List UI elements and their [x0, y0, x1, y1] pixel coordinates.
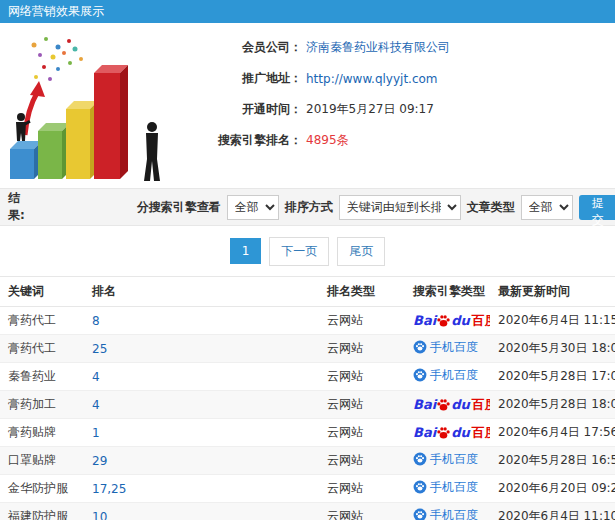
mobile-baidu-icon: [413, 452, 427, 466]
rank-link[interactable]: 10: [92, 510, 107, 520]
baidu-logo: Baidu百度: [413, 426, 490, 440]
promo-url-label: 推广地址：: [180, 70, 302, 87]
mobile-baidu-icon: [413, 480, 427, 494]
rank-link[interactable]: 25: [92, 342, 107, 356]
pagination: 1 下一页 尾页: [0, 226, 615, 276]
update-time-cell: 2020年5月28日 18:03: [490, 391, 615, 419]
engine-cell: Baidu百度: [405, 307, 490, 335]
rank-type-cell: 云网站: [319, 391, 405, 419]
mobile-baidu-label: 手机百度: [430, 508, 478, 520]
baidu-paw-icon: [437, 315, 450, 327]
keyword-rank-table: 关键词 排名 排名类型 搜索引擎类型 最新更新时间 膏药代工8云网站Baidu百…: [0, 276, 615, 520]
rank-link[interactable]: 4: [92, 370, 100, 384]
rank-cell: 8: [84, 307, 319, 335]
table-row: 福建防护服10云网站手机百度2020年6月4日 11:10: [0, 503, 615, 520]
table-body: 膏药代工8云网站Baidu百度2020年6月4日 11:15膏药代工25云网站手…: [0, 307, 615, 520]
engine-cell: 手机百度: [405, 475, 490, 503]
table-header-row: 关键词 排名 排名类型 搜索引擎类型 最新更新时间: [0, 277, 615, 307]
mobile-baidu-label: 手机百度: [430, 480, 478, 494]
rank-count-label: 搜索引擎排名：: [180, 132, 302, 149]
keyword-cell: 福建防护服: [0, 503, 84, 520]
bar-red: [94, 65, 128, 179]
rank-count-row: 搜索引擎排名： 4895条: [180, 132, 615, 149]
table-row: 膏药代工25云网站手机百度2020年5月30日 18:06: [0, 335, 615, 363]
rank-link[interactable]: 1: [92, 426, 100, 440]
rank-cell: 29: [84, 447, 319, 475]
baidu-paw-icon: [437, 427, 450, 439]
company-link[interactable]: 济南秦鲁药业科技有限公司: [306, 39, 450, 56]
engine-cell: Baidu百度: [405, 419, 490, 447]
sort-select[interactable]: 关键词由短到长排序: [339, 195, 461, 220]
keyword-cell: 膏药贴牌: [0, 419, 84, 447]
engine-view-select[interactable]: 全部: [227, 195, 279, 220]
rank-link[interactable]: 8: [92, 314, 100, 328]
next-page-button[interactable]: 下一页: [269, 237, 329, 266]
update-time-cell: 2020年6月20日 09:25: [490, 475, 615, 503]
table-row: 膏药贴牌1云网站Baidu百度2020年6月4日 17:56: [0, 419, 615, 447]
update-time-cell: 2020年5月28日 16:55: [490, 447, 615, 475]
rank-count-value: 4895条: [306, 132, 349, 149]
open-time-value: 2019年5月27日 09:17: [306, 101, 434, 118]
article-type-select[interactable]: 全部: [521, 195, 573, 220]
rank-link[interactable]: 4: [92, 398, 100, 412]
table-row: 膏药代工8云网站Baidu百度2020年6月4日 11:15: [0, 307, 615, 335]
header-engine-type: 搜索引擎类型: [405, 277, 490, 307]
submit-button[interactable]: 提交: [579, 195, 615, 220]
bar-blue: [10, 141, 42, 179]
last-page-button[interactable]: 尾页: [337, 237, 385, 266]
bar-yellow: [66, 101, 98, 179]
open-time-row: 开通时间： 2019年5月27日 09:17: [180, 101, 615, 118]
table-row: 秦鲁药业4云网站手机百度2020年5月28日 17:02: [0, 363, 615, 391]
page-title: 网络营销效果展示: [8, 4, 104, 18]
rank-cell: 25: [84, 335, 319, 363]
member-info-rows: 会员公司： 济南秦鲁药业科技有限公司 推广地址： http://www.qlyy…: [180, 23, 615, 188]
mobile-baidu-logo: 手机百度: [413, 508, 478, 520]
mobile-baidu-logo: 手机百度: [413, 480, 478, 494]
bar-chart-illustration: [4, 29, 180, 185]
member-info-section: 会员公司： 济南秦鲁药业科技有限公司 推广地址： http://www.qlyy…: [0, 23, 615, 189]
mobile-baidu-icon: [413, 508, 427, 520]
keyword-cell: 口罩贴牌: [0, 447, 84, 475]
rank-cell: 4: [84, 391, 319, 419]
header-rank: 排名: [84, 277, 319, 307]
engine-cell: 手机百度: [405, 335, 490, 363]
mobile-baidu-label: 手机百度: [430, 368, 478, 382]
update-time-cell: 2020年6月4日 17:56: [490, 419, 615, 447]
filter-form: 分搜索引擎查看 全部 排序方式 关键词由短到长排序 文章类型 全部 提交: [137, 195, 615, 220]
promo-url-link[interactable]: http://www.qlyyjt.com: [306, 72, 438, 86]
page-1-button[interactable]: 1: [230, 238, 262, 264]
update-time-cell: 2020年6月4日 11:10: [490, 503, 615, 520]
mobile-baidu-logo: 手机百度: [413, 368, 478, 382]
mobile-baidu-logo: 手机百度: [413, 340, 478, 354]
rank-type-cell: 云网站: [319, 335, 405, 363]
businessman-right-figure: [144, 122, 160, 181]
rank-cell: 17,25: [84, 475, 319, 503]
rank-cell: 10: [84, 503, 319, 520]
rank-type-cell: 云网站: [319, 307, 405, 335]
rank-type-cell: 云网站: [319, 419, 405, 447]
rank-link[interactable]: 17,25: [92, 482, 126, 496]
keyword-cell: 金华防护服: [0, 475, 84, 503]
rank-cell: 4: [84, 363, 319, 391]
rank-type-cell: 云网站: [319, 363, 405, 391]
sort-label: 排序方式: [285, 199, 333, 216]
mobile-baidu-label: 手机百度: [430, 452, 478, 466]
engine-cell: 手机百度: [405, 503, 490, 520]
rank-type-cell: 云网站: [319, 475, 405, 503]
mobile-baidu-label: 手机百度: [430, 340, 478, 354]
marketing-illustration: [0, 23, 180, 188]
mobile-baidu-logo: 手机百度: [413, 452, 478, 466]
rank-link[interactable]: 29: [92, 454, 107, 468]
baidu-paw-icon: [437, 399, 450, 411]
keyword-cell: 膏药加工: [0, 391, 84, 419]
confetti-dots: [32, 37, 84, 81]
mobile-baidu-icon: [413, 368, 427, 382]
filter-strip: 结果: 分搜索引擎查看 全部 排序方式 关键词由短到长排序 文章类型 全部 提交: [0, 189, 615, 226]
update-time-cell: 2020年5月28日 17:02: [490, 363, 615, 391]
growth-arrow-icon: [25, 81, 45, 135]
company-label: 会员公司：: [180, 39, 302, 56]
table-row: 膏药加工4云网站Baidu百度2020年5月28日 18:03: [0, 391, 615, 419]
rank-type-cell: 云网站: [319, 447, 405, 475]
company-row: 会员公司： 济南秦鲁药业科技有限公司: [180, 39, 615, 56]
page-title-bar: 网络营销效果展示: [0, 0, 615, 23]
